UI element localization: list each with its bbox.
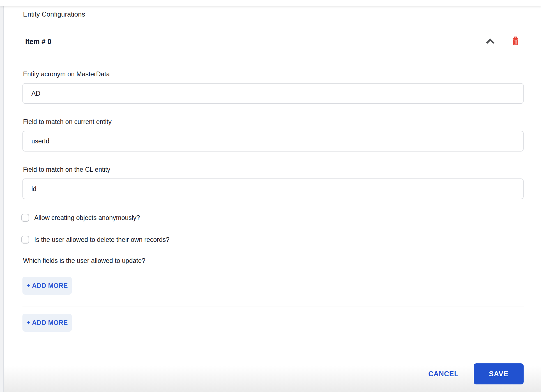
left-gutter [0, 6, 4, 392]
cl-entity-field-input[interactable] [22, 178, 524, 199]
page-title: Entity Configurations [23, 10, 524, 18]
trash-icon [511, 36, 520, 47]
top-shadow-band [0, 0, 541, 6]
entity-config-panel: Entity Configurations Item # 0 [0, 0, 541, 392]
chevron-up-icon [485, 38, 495, 45]
item-header: Item # 0 [25, 36, 520, 47]
collapse-item-button[interactable] [485, 38, 495, 45]
add-more-fields-button[interactable]: + ADD MORE [22, 277, 72, 295]
allow-delete-own-records-label: Is the user allowed to delete their own … [34, 236, 169, 244]
update-fields-question: Which fields is the user allowed to upda… [23, 256, 524, 265]
allow-anonymous-row: Allow creating objects anonymously? [21, 214, 524, 222]
entity-acronym-input[interactable] [22, 83, 524, 104]
section-divider [22, 306, 524, 306]
allow-delete-own-records-checkbox[interactable] [21, 236, 29, 244]
cl-entity-field-label: Field to match on the CL entity [23, 166, 524, 173]
allow-anonymous-label: Allow creating objects anonymously? [34, 214, 140, 222]
current-entity-field-input[interactable] [22, 131, 524, 152]
allow-delete-own-records-row: Is the user allowed to delete their own … [21, 236, 524, 244]
current-entity-field-label: Field to match on current entity [23, 118, 524, 126]
add-more-item-button[interactable]: + ADD MORE [22, 314, 72, 332]
item-title: Item # 0 [25, 38, 51, 46]
save-button[interactable]: SAVE [474, 363, 524, 384]
cancel-button[interactable]: CANCEL [428, 370, 459, 378]
delete-item-button[interactable] [511, 36, 520, 47]
footer-actions: CANCEL SAVE [428, 363, 524, 384]
allow-anonymous-checkbox[interactable] [21, 214, 29, 222]
entity-acronym-label: Entity acronym on MasterData [23, 70, 524, 78]
item-actions [485, 36, 520, 47]
entity-configurations-form: Entity Configurations Item # 0 [4, 6, 541, 392]
